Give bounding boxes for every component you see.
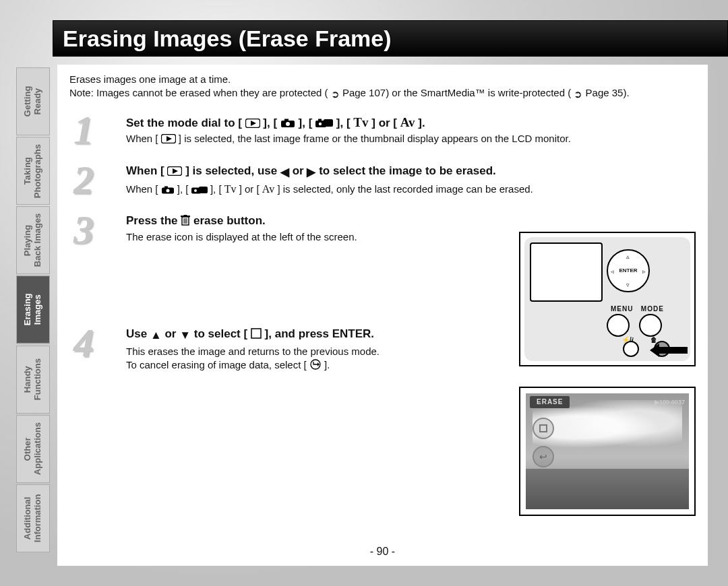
- intro-pageref2: Page 35).: [586, 87, 630, 98]
- up-arrow-icon: ▲: [150, 328, 162, 344]
- sky-graphic: [533, 400, 682, 454]
- svg-point-18: [194, 189, 197, 192]
- svg-point-4: [286, 122, 290, 126]
- intro-text: Erases images one image at a time. Note:…: [69, 73, 696, 102]
- lcd-side-icons: ↩: [533, 418, 554, 467]
- mode-button: [639, 314, 662, 337]
- tab-other-applications[interactable]: Other Applications: [16, 415, 50, 483]
- camera-button-labels: MENU MODE: [611, 304, 664, 314]
- lcd-select-square-icon: [533, 418, 554, 439]
- step-2-desc: When [ ], [ ], [ Tv ] or [ Av ] is selec…: [126, 182, 696, 197]
- camera-main-buttons: [607, 314, 662, 337]
- right-arrow-icon: ▹: [642, 267, 646, 275]
- camera-arrow-pad: ▵ ▿ ◃ ▹ ENTER: [607, 249, 650, 292]
- av-mode-label: Av: [262, 183, 274, 195]
- step-1-heading: Set the mode dial to [ ], [ ], [ ], [ Tv…: [126, 117, 425, 129]
- camera-diagram: ▵ ▿ ◃ ▹ ENTER MENU MODE ⚡/𝒊 🗑: [519, 232, 696, 366]
- svg-rect-17: [199, 187, 208, 193]
- flash-info-button: [623, 341, 639, 357]
- up-arrow-icon: ▵: [626, 253, 630, 261]
- menu-button: [607, 314, 630, 337]
- svg-marker-1: [251, 121, 256, 126]
- pointer-arrow-icon: [650, 344, 688, 360]
- step-number-2: 2: [73, 160, 94, 200]
- tv-mode-label: Tv: [224, 183, 237, 195]
- tab-erasing-images[interactable]: Erasing Images: [16, 275, 50, 344]
- step-2: 2 When [ ] is selected, use ◀ or ▶ to se…: [69, 164, 696, 197]
- camera-icon: [280, 119, 295, 128]
- step-1: 1 Set the mode dial to [ ], [ ], [ ], [ …: [69, 114, 696, 146]
- square-icon: [251, 328, 262, 339]
- tab-getting-ready[interactable]: Getting Ready: [16, 67, 50, 135]
- svg-rect-3: [284, 119, 289, 121]
- right-arrow-icon: ▶: [307, 165, 315, 181]
- step-1-desc: When [ ] is selected, the last image fra…: [126, 132, 696, 145]
- svg-point-8: [319, 122, 322, 125]
- svg-rect-7: [324, 119, 333, 127]
- intro-pageref1: Page 107) or the SmartMedia™ is write-pr…: [342, 87, 571, 98]
- tab-taking-photographs[interactable]: Taking Photographs: [16, 137, 50, 205]
- enter-label: ENTER: [619, 267, 637, 275]
- down-arrow-icon: ▼: [179, 328, 191, 344]
- lcd-image: ERASE ▶100-0037 ↩: [526, 393, 689, 509]
- svg-marker-12: [173, 168, 178, 174]
- lcd-top-bar: ERASE ▶100-0037: [530, 396, 685, 408]
- playback-icon: [245, 119, 260, 128]
- svg-marker-10: [166, 136, 172, 141]
- crossref-icon: ➲: [331, 88, 340, 101]
- step-number-3: 3: [73, 209, 94, 250]
- step-3-heading: Press the erase button.: [126, 214, 266, 227]
- lcd-return-icon: ↩: [533, 446, 554, 467]
- svg-rect-25: [251, 329, 261, 338]
- page-title: Erasing Images (Erase Frame): [63, 26, 392, 52]
- intro-line1: Erases images one image at a time.: [69, 73, 231, 85]
- camera-lcd: [530, 242, 603, 302]
- content-body: Erases images one image at a time. Note:…: [57, 65, 708, 566]
- manual-page: Erasing Images (Erase Frame) Getting Rea…: [0, 0, 728, 586]
- camera-body: ▵ ▿ ◃ ▹ ENTER MENU MODE ⚡/𝒊 🗑: [524, 237, 690, 361]
- av-mode-label: Av: [400, 115, 415, 129]
- step-2-heading: When [ ] is selected, use ◀ or ▶ to sele…: [126, 164, 496, 177]
- lcd-preview: ERASE ▶100-0037 ↩: [519, 387, 696, 516]
- svg-rect-6: [318, 119, 322, 121]
- svg-marker-28: [650, 344, 688, 357]
- return-icon: [309, 359, 322, 370]
- tab-handy-functions[interactable]: Handy Functions: [16, 346, 50, 414]
- step-4-heading: Use ▲ or ▼ to select [ ], and press ENTE…: [126, 327, 374, 340]
- left-arrow-icon: ◀: [280, 165, 289, 181]
- tab-additional-information[interactable]: Additional Information: [16, 484, 50, 552]
- camera-icon: [161, 186, 175, 194]
- svg-rect-14: [164, 186, 168, 188]
- step-number-4: 4: [73, 323, 94, 363]
- tab-playing-back-images[interactable]: Playing Back Images: [16, 206, 50, 274]
- step-number-1: 1: [73, 110, 94, 150]
- trash-icon: [181, 215, 190, 226]
- svg-point-15: [166, 189, 169, 192]
- page-title-bar: Erasing Images (Erase Frame): [53, 20, 728, 57]
- lcd-frame-number: ▶100-0037: [655, 398, 685, 406]
- intro-line2a: Note: Images cannot be erased when they …: [69, 87, 328, 98]
- svg-marker-27: [317, 362, 320, 366]
- multishot-icon: [315, 119, 333, 128]
- crossref-icon: ➲: [574, 88, 582, 101]
- down-arrow-icon: ▿: [626, 281, 630, 289]
- left-arrow-icon: ◃: [611, 267, 614, 275]
- page-number: - 90 -: [57, 544, 708, 559]
- lcd-erase-badge: ERASE: [530, 396, 570, 408]
- tv-mode-label: Tv: [353, 115, 368, 129]
- playback-icon: [167, 166, 182, 176]
- svg-rect-21: [184, 215, 187, 216]
- section-tabs: Getting Ready Taking Photographs Playing…: [16, 67, 50, 552]
- playback-icon: [161, 134, 176, 143]
- multishot-icon: [191, 186, 208, 194]
- ground-graphic: [526, 469, 689, 509]
